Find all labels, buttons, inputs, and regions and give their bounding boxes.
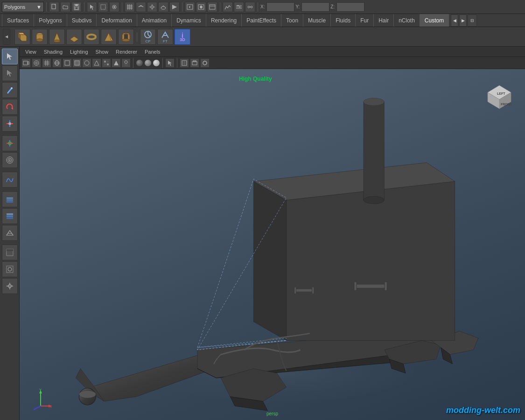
shelf-i3d-btn[interactable]: i 3D (175, 29, 190, 45)
tab-scroll-left-btn[interactable]: ◀ (451, 14, 458, 27)
curve-tool-btn[interactable] (2, 172, 18, 188)
tab-deformation[interactable]: Deformation (97, 14, 137, 27)
tab-scroll-right-btn[interactable]: ▶ (459, 14, 467, 27)
new-file-btn[interactable] (49, 2, 59, 12)
save-file-btn[interactable] (71, 2, 82, 12)
render-layer-btn[interactable] (2, 225, 18, 241)
tab-rendering[interactable]: Rendering (206, 14, 242, 27)
display-layer-btn[interactable] (2, 191, 18, 207)
vp-shading3-btn[interactable] (82, 58, 91, 68)
svg-rect-33 (237, 5, 239, 6)
vp-sep3 (177, 58, 177, 68)
vp-menu-show[interactable]: Show (93, 48, 112, 56)
shelf-collapse-btn[interactable]: ◀ (3, 29, 10, 45)
svg-rect-112 (107, 61, 109, 63)
vp-menu-renderer[interactable]: Renderer (113, 48, 140, 56)
vp-light-low-btn[interactable] (136, 59, 143, 67)
viewport[interactable]: View Shading Lighting Show Renderer Pane… (20, 47, 525, 420)
vp-menu-lighting[interactable]: Lighting (67, 48, 91, 56)
shelf-cylinder-btn[interactable] (32, 29, 48, 45)
snap-live-btn[interactable] (169, 2, 180, 12)
tab-polygons[interactable]: Polygons (34, 14, 67, 27)
vp-camera2-btn[interactable] (32, 58, 41, 68)
vp-menu-view[interactable]: View (22, 48, 39, 56)
anim-layer-btn[interactable] (2, 208, 18, 224)
view-cube[interactable]: LEFT FRONT (483, 78, 516, 111)
tab-hair[interactable]: Hair (374, 14, 394, 27)
svg-point-109 (84, 61, 89, 65)
scale-tool-btn[interactable] (2, 116, 18, 132)
channel-box-btn[interactable] (2, 245, 18, 260)
tab-subdivs[interactable]: Subdivs (67, 14, 97, 27)
attribute-editor-btn[interactable] (2, 261, 18, 277)
render-settings-btn[interactable] (207, 2, 217, 12)
vp-sync-btn[interactable] (200, 58, 210, 68)
shelf-pyramid-btn[interactable] (101, 29, 117, 45)
tab-animation[interactable]: Animation (137, 14, 172, 27)
move-tool-btn[interactable] (2, 65, 18, 81)
tab-toon[interactable]: Toon (281, 14, 303, 27)
tab-surfaces[interactable]: Surfaces (2, 14, 34, 27)
shelf-plane-btn[interactable] (66, 29, 82, 45)
svg-rect-111 (104, 61, 106, 63)
tool-settings-btn[interactable] (2, 278, 18, 294)
vp-shading4-btn[interactable] (92, 58, 101, 68)
tab-fluids[interactable]: Fluids (331, 14, 356, 27)
select-btn[interactable] (87, 2, 97, 12)
paint-tool-btn[interactable] (2, 82, 18, 98)
scene-area[interactable]: High Quality (20, 69, 525, 420)
graph-editor-btn[interactable] (223, 2, 233, 12)
z-input[interactable] (336, 2, 364, 12)
snap-grid-btn[interactable] (125, 2, 135, 12)
vp-menu-panels[interactable]: Panels (142, 48, 163, 56)
shelf-pipe-btn[interactable] (118, 29, 134, 45)
select-tool-btn[interactable] (2, 49, 18, 64)
vp-isolate-btn[interactable] (180, 58, 189, 68)
snap-curve-btn[interactable] (136, 2, 146, 12)
tab-painteffects[interactable]: PaintEffects (242, 14, 281, 27)
svg-rect-107 (65, 61, 70, 65)
shelf-cube-btn[interactable] (14, 29, 30, 45)
vp-all-lights-btn[interactable] (112, 58, 121, 68)
rotate-tool-btn[interactable] (2, 99, 18, 115)
vp-select-mode-btn[interactable] (165, 58, 175, 68)
shelf-ft-btn[interactable]: FT (157, 29, 173, 45)
lasso-btn[interactable] (98, 2, 108, 12)
vp-wireframe-btn[interactable] (52, 58, 62, 68)
tab-muscle[interactable]: Muscle (303, 14, 331, 27)
hypershade-btn[interactable] (245, 2, 255, 12)
vp-camera-btn[interactable] (21, 58, 31, 68)
vp-shading2-btn[interactable] (72, 58, 82, 68)
svg-rect-96 (23, 61, 28, 65)
shelf-cone-btn[interactable] (49, 29, 65, 45)
soft-select-btn[interactable] (2, 152, 18, 168)
tab-ncloth[interactable]: nCloth (394, 14, 420, 27)
vp-menu-shading[interactable]: Shading (41, 48, 65, 56)
tab-fur[interactable]: Fur (356, 14, 374, 27)
ipr-btn[interactable] (196, 2, 206, 12)
shelf-cp-btn[interactable]: CP (140, 29, 156, 45)
vp-shading1-btn[interactable] (63, 58, 72, 68)
render-btn[interactable] (185, 2, 195, 12)
trax-editor-btn[interactable] (234, 2, 244, 12)
vp-light-high-btn[interactable] (153, 59, 160, 67)
vp-resolution-btn[interactable] (190, 58, 199, 68)
tab-custom[interactable]: Custom (420, 14, 449, 27)
tab-dynamics[interactable]: Dynamics (172, 14, 206, 27)
tab-options-btn[interactable]: ⊟ (468, 14, 477, 27)
svg-marker-38 (20, 35, 27, 41)
paint-select-btn[interactable] (109, 2, 119, 12)
universal-manip-btn[interactable] (2, 135, 18, 151)
toolbar-separator5 (220, 2, 220, 12)
snap-point-btn[interactable] (147, 2, 157, 12)
open-file-btn[interactable] (60, 2, 70, 12)
snap-surface-btn[interactable] (158, 2, 168, 12)
vp-texture-btn[interactable] (102, 58, 111, 68)
mode-dropdown[interactable]: Polygons ▼ (2, 2, 44, 12)
vp-shadow-btn[interactable] (121, 58, 131, 68)
shelf-torus-btn[interactable] (84, 29, 99, 45)
y-input[interactable] (301, 2, 329, 12)
x-input[interactable] (266, 2, 294, 12)
vp-light-med-btn[interactable] (144, 59, 152, 67)
vp-grid-btn[interactable] (42, 58, 51, 68)
